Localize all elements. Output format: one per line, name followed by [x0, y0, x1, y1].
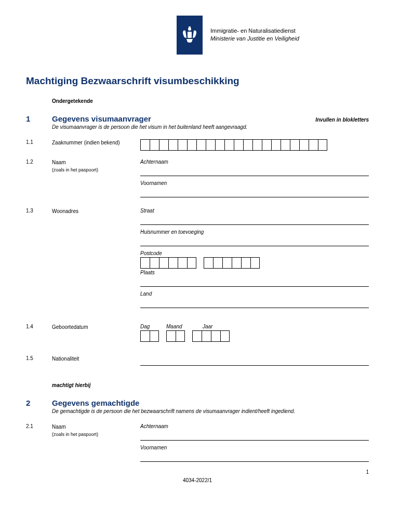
field-label: Naam (zoals in het paspoort) — [52, 423, 140, 438]
section-hint: Invullen in blokletters — [315, 117, 369, 123]
section-2-header: 2 Gegevens gemachtigde — [26, 398, 369, 407]
firstnames-input-2[interactable] — [140, 451, 369, 462]
field-number: 1.1 — [26, 139, 52, 145]
dob-input[interactable] — [140, 330, 369, 342]
case-number-input[interactable] — [140, 139, 369, 151]
organization-name: Immigratie- en Naturalisatiedienst Minis… — [210, 16, 299, 43]
firstnames-label-2: Voornamen — [140, 445, 369, 450]
section-title: Gegevens visumaanvrager — [52, 114, 315, 123]
svg-rect-2 — [189, 26, 191, 28]
country-label: Land — [140, 291, 369, 297]
section-1-description: De visumaanvrager is de persoon die het … — [52, 124, 369, 130]
section-2-description: De gemachtigde is de persoon die het bez… — [52, 408, 369, 414]
housenumber-input[interactable] — [140, 236, 369, 246]
field-label: Zaaknummer (indien bekend) — [52, 139, 140, 147]
page-title: Machtiging Bezwaarschrift visumbeschikki… — [26, 75, 369, 87]
authorizes-label: machtigt hierbij — [52, 382, 369, 388]
city-input[interactable] — [140, 276, 369, 287]
field-1-4: 1.4 Geboortedatum Dag Maand Jaar — [26, 324, 369, 344]
surname-input[interactable] — [140, 166, 369, 176]
page-footer: 1 4034-2022/1 — [26, 477, 369, 483]
dob-labels: Dag Maand Jaar — [140, 324, 369, 329]
street-label: Straat — [140, 208, 369, 214]
form-page: Immigratie- en Naturalisatiedienst Minis… — [0, 0, 400, 499]
surname-input-2[interactable] — [140, 430, 369, 441]
postcode-input[interactable] — [140, 257, 369, 269]
country-input[interactable] — [140, 298, 369, 308]
firstnames-label: Voornamen — [140, 180, 369, 186]
housenumber-label: Huisnummer en toevoeging — [140, 229, 369, 235]
preamble-label: Ondergetekende — [52, 98, 369, 104]
header: Immigratie- en Naturalisatiedienst Minis… — [177, 16, 369, 55]
coat-of-arms-icon — [180, 22, 199, 48]
field-number: 1.2 — [26, 159, 52, 165]
field-1-2: 1.2 Naam (zoals in het paspoort) Achtern… — [26, 159, 369, 202]
surname-label-2: Achternaam — [140, 423, 369, 429]
field-label: Geboortedatum — [52, 324, 140, 331]
field-number: 1.3 — [26, 208, 52, 214]
org-line-2: Ministerie van Justitie en Veiligheid — [210, 35, 299, 43]
field-1-5: 1.5 Nationaliteit — [26, 355, 369, 370]
field-1-1: 1.1 Zaaknummer (indien bekend) — [26, 139, 369, 153]
field-number: 1.4 — [26, 324, 52, 329]
field-1-3: 1.3 Woonadres Straat Huisnummer en toevo… — [26, 208, 369, 312]
postcode-label: Postcode — [140, 250, 369, 256]
field-label: Naam (zoals in het paspoort) — [52, 159, 140, 174]
page-number: 1 — [366, 469, 369, 475]
firstnames-input[interactable] — [140, 187, 369, 197]
city-label: Plaats — [140, 270, 369, 275]
field-number: 1.5 — [26, 355, 52, 361]
section-title: Gegevens gemachtigde — [52, 398, 369, 407]
field-label: Woonadres — [52, 208, 140, 215]
field-label: Nationaliteit — [52, 355, 140, 363]
section-number: 1 — [26, 114, 52, 123]
field-2-1: 2.1 Naam (zoals in het paspoort) Achtern… — [26, 423, 369, 462]
street-input[interactable] — [140, 215, 369, 225]
section-number: 2 — [26, 398, 52, 407]
field-number: 2.1 — [26, 423, 52, 429]
government-logo-icon — [177, 16, 203, 55]
svg-rect-0 — [188, 32, 192, 38]
nationality-input[interactable] — [140, 355, 369, 366]
org-line-1: Immigratie- en Naturalisatiedienst — [210, 27, 299, 35]
surname-label: Achternaam — [140, 159, 369, 165]
form-reference: 4034-2022/1 — [183, 477, 212, 483]
section-1-header: 1 Gegevens visumaanvrager Invullen in bl… — [26, 114, 369, 123]
